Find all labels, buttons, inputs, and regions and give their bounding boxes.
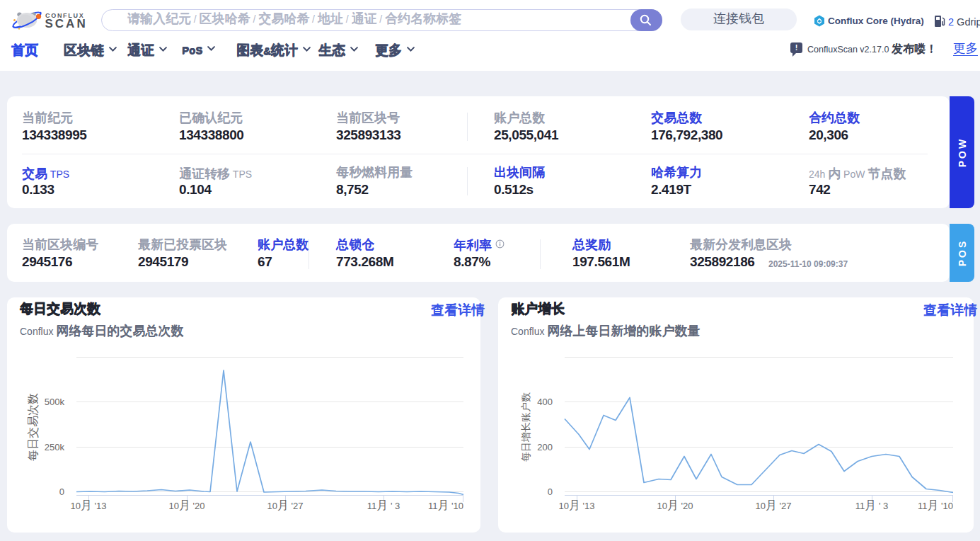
svg-text:0: 0 (548, 486, 553, 497)
svg-text:200: 200 (537, 442, 553, 452)
svg-text:500k: 500k (45, 397, 65, 407)
svg-text:每日交易次数: 每日交易次数 (27, 393, 39, 461)
svg-text:0: 0 (59, 486, 64, 497)
svg-text:11月 '10: 11月 '10 (918, 499, 953, 511)
svg-text:10月 '20: 10月 '20 (168, 499, 204, 511)
svg-text:10月 '27: 10月 '27 (267, 499, 303, 511)
svg-text:10月 '13: 10月 '13 (558, 499, 594, 511)
svg-text:11月 '10: 11月 '10 (428, 499, 463, 511)
svg-text:SCAN: SCAN (45, 17, 88, 30)
svg-text:11月 ' 3: 11月 ' 3 (855, 499, 888, 511)
svg-text:250k: 250k (45, 442, 65, 452)
svg-text:400: 400 (537, 397, 553, 407)
svg-text:10月 '20: 10月 '20 (657, 499, 693, 511)
svg-text:每日增长账户数: 每日增长账户数 (520, 392, 531, 462)
svg-text:10月 '27: 10月 '27 (755, 499, 791, 511)
svg-text:11月 ' 3: 11月 ' 3 (367, 499, 400, 511)
svg-text:10月 '13: 10月 '13 (70, 499, 106, 511)
